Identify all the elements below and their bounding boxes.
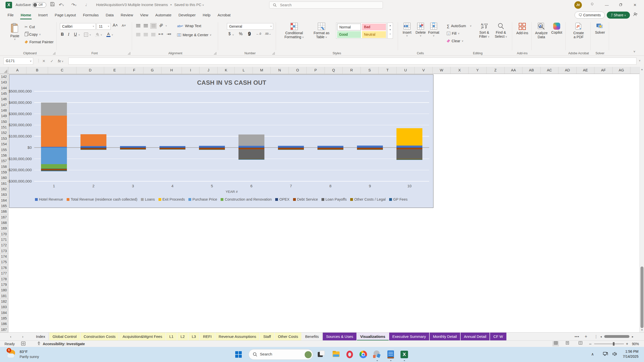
formula-input[interactable]	[68, 58, 636, 65]
volume-icon[interactable]	[612, 351, 618, 358]
bar-segment[interactable]	[238, 159, 264, 159]
row-header-165[interactable]: 165	[0, 203, 8, 209]
hscroll-right-icon[interactable]: ▸	[632, 333, 633, 341]
weather-temp[interactable]: 83°F	[20, 349, 28, 354]
weather-icon[interactable]: 6	[7, 349, 18, 360]
row-header-180[interactable]: 180	[0, 287, 8, 293]
addins-button[interactable]: Add-ins	[515, 23, 530, 35]
column-header-O[interactable]: O	[289, 67, 307, 74]
borders-chevron-icon[interactable]: ˅	[90, 34, 91, 36]
analyze-data-button[interactable]: AnalyzeData	[533, 23, 549, 39]
tabs-next-icon[interactable]: ›	[22, 333, 23, 341]
vertical-scroll-thumb[interactable]	[640, 266, 643, 328]
formula-bar-splitter[interactable]: ⋮	[37, 58, 41, 63]
minimize-button[interactable]: —	[603, 2, 610, 9]
bar-segment[interactable]	[120, 149, 146, 150]
menu-tab-developer[interactable]: Developer	[175, 10, 199, 20]
legend-item[interactable]: Other Costs / Legal	[350, 197, 386, 201]
row-header-186[interactable]: 186	[0, 321, 8, 327]
bar-segment[interactable]	[159, 149, 185, 150]
bar-segment[interactable]	[199, 150, 225, 150]
sort-filter-button[interactable]: AZSort &Filter ˅	[476, 23, 492, 39]
tab-splitter-icon[interactable]: ⋮	[594, 333, 598, 341]
hscroll-left-icon[interactable]: ◂	[600, 333, 602, 341]
sheet-tab-cf-w[interactable]: CF W	[490, 333, 506, 341]
sheet-tab-monthly-detail[interactable]: Monthly Detail	[430, 333, 460, 341]
sheet-tab-annual-detail[interactable]: Annual Detail	[461, 333, 490, 341]
row-header-168[interactable]: 168	[0, 220, 8, 225]
bar-segment[interactable]	[278, 146, 304, 148]
tabs-prev-icon[interactable]: ‹	[10, 333, 11, 341]
app-search-box[interactable]: Search	[269, 2, 383, 9]
legend-item[interactable]: Exit Proceeds	[158, 197, 185, 201]
sheet-tab-construction-costs[interactable]: Construction Costs	[80, 333, 119, 341]
currency-icon[interactable]: $	[228, 32, 231, 36]
column-header-J[interactable]: J	[199, 67, 218, 74]
column-header-A[interactable]: A	[9, 67, 26, 74]
column-header-F[interactable]: F	[125, 67, 143, 74]
menu-tab-formulas[interactable]: Formulas	[79, 10, 102, 20]
paste-button[interactable]: Paste˅	[7, 23, 23, 41]
avatar[interactable]: JV	[574, 1, 582, 9]
column-header-AA[interactable]: AA	[505, 67, 522, 74]
column-header-H[interactable]: H	[162, 67, 182, 74]
font-name-combo[interactable]: Calibri˅	[60, 23, 96, 30]
redo-icon[interactable]: ↷˅	[71, 2, 77, 8]
taskbar-search[interactable]: Search	[249, 349, 313, 360]
style-good[interactable]: Good	[337, 31, 361, 38]
decrease-font-icon[interactable]: A˅	[122, 24, 126, 27]
menu-tab-home[interactable]: Home	[17, 10, 35, 20]
column-header-Z[interactable]: Z	[487, 67, 505, 74]
zoom-slider-handle[interactable]	[613, 342, 615, 346]
delete-cells-button[interactable]: Delete˅	[414, 23, 427, 37]
bar-segment[interactable]	[238, 146, 264, 148]
column-header-R[interactable]: R	[343, 67, 361, 74]
wrap-text-button[interactable]: ab↵Wrap Text	[177, 23, 201, 29]
sheet-tab-executive-summary[interactable]: Executive Summary	[389, 333, 429, 341]
sheet-tab-visualizations[interactable]: Visualizations	[357, 333, 389, 341]
select-all-corner[interactable]	[0, 67, 8, 74]
increase-font-icon[interactable]: A˄	[113, 23, 118, 28]
legend-item[interactable]: GP Fees	[389, 197, 408, 201]
decrease-indent-icon[interactable]: ⇤≡	[158, 32, 163, 36]
cancel-icon[interactable]: ✕	[42, 59, 46, 63]
bar-segment[interactable]	[41, 116, 67, 147]
row-header-169[interactable]: 169	[0, 225, 8, 231]
decrease-decimal-icon[interactable]: .00→	[265, 32, 271, 35]
create-pdf-button[interactable]: Createa PDF	[571, 23, 586, 39]
comma-icon[interactable]: 𝟗	[248, 31, 251, 37]
column-header-M[interactable]: M	[253, 67, 271, 74]
italic-button[interactable]: I	[68, 32, 69, 37]
bar-segment[interactable]	[41, 103, 67, 116]
row-header-173[interactable]: 173	[0, 248, 8, 254]
view-page-layout-icon[interactable]	[566, 341, 569, 345]
solver-button[interactable]: Solver	[592, 23, 608, 34]
add-people-icon[interactable]	[633, 12, 638, 18]
menu-tab-help[interactable]: Help	[199, 10, 214, 20]
enter-icon[interactable]: ✓	[50, 59, 54, 63]
merge-center-button[interactable]: Merge & Center˅	[177, 32, 211, 38]
column-header-V[interactable]: V	[415, 67, 433, 74]
sheet-tab-acquisition-mgmt-fees[interactable]: Acquisition&Mgmt Fees	[119, 333, 166, 341]
bar-segment[interactable]	[80, 150, 106, 150]
legend-item[interactable]: Loans	[141, 197, 155, 201]
column-header-C[interactable]: C	[48, 67, 76, 74]
network-icon[interactable]	[602, 351, 609, 358]
bar-segment[interactable]	[41, 164, 67, 169]
clear-button[interactable]: Clear˅	[447, 38, 463, 44]
clock-time[interactable]: 1:56 PM	[621, 349, 638, 353]
legend-item[interactable]: Debt Service	[293, 197, 318, 201]
zoom-in-icon[interactable]: +	[626, 342, 628, 346]
currency-chevron-icon[interactable]: ˅	[232, 34, 234, 36]
row-header-171[interactable]: 171	[0, 237, 8, 242]
menu-tab-insert[interactable]: Insert	[35, 10, 51, 20]
column-header-Y[interactable]: Y	[469, 67, 487, 74]
more-tabs-icon[interactable]: •••	[575, 333, 579, 341]
bar-segment[interactable]	[80, 134, 106, 146]
column-header-S[interactable]: S	[361, 67, 379, 74]
row-header-183[interactable]: 183	[0, 304, 8, 310]
zoom-slider-track[interactable]	[594, 344, 624, 344]
zoom-level[interactable]: 90%	[632, 342, 639, 346]
bar-segment[interactable]	[317, 150, 343, 150]
menu-tab-view[interactable]: View	[137, 10, 152, 20]
